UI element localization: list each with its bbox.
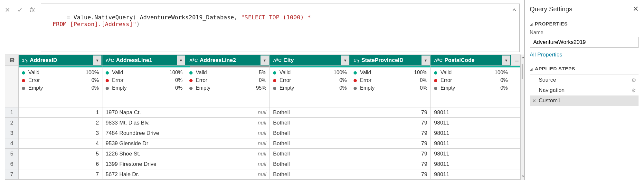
data-grid[interactable]: ⊞▾1²₃AddressID▾AᴮCAddressLine1▾AᴮCAddres…	[5, 55, 520, 180]
vertical-scrollbar[interactable]: ⌃ ⌄	[520, 55, 524, 180]
cell-City[interactable]: Bothell	[270, 128, 350, 138]
scroll-down-icon[interactable]: ⌄	[521, 171, 524, 178]
cell-AddressLine2[interactable]: null	[186, 169, 270, 180]
cell-PostalCode[interactable]: 98011	[431, 138, 511, 149]
table-row[interactable]: 661399 Firestone DrivenullBothell7998011	[5, 159, 520, 169]
cancel-icon[interactable]: ✕	[5, 6, 10, 14]
cell-AddressLine2[interactable]: null	[186, 159, 270, 169]
cell-StateProvinceID[interactable]: 79	[350, 118, 431, 128]
fx-icon[interactable]: fx	[30, 6, 35, 14]
cell-AddressLine1[interactable]: 5672 Hale Dr.	[102, 169, 186, 180]
cell-City[interactable]: Bothell	[270, 138, 350, 149]
cell-AddressLine2[interactable]: null	[186, 128, 270, 138]
column-header-AddressID[interactable]: 1²₃AddressID▾	[19, 55, 102, 66]
scroll-up-icon[interactable]: ⌃	[521, 56, 524, 63]
gear-icon[interactable]: ⚙	[631, 77, 636, 83]
cell-AddressLine1[interactable]: 1970 Napa Ct.	[102, 107, 186, 118]
column-header-City[interactable]: AᴮCCity▾	[270, 55, 350, 66]
cell-AddressID[interactable]: 1	[19, 107, 102, 118]
cell-StateProvinceID[interactable]: 79	[350, 107, 431, 118]
formula-bar-row: ✕ ✓ fx = Value.NativeQuery( AdventureWor…	[0, 0, 524, 52]
scroll-thumb[interactable]	[522, 64, 523, 79]
table-menu-icon[interactable]: ▾	[9, 55, 18, 65]
filter-icon[interactable]: ▾	[177, 55, 185, 65]
cell-City[interactable]: Bothell	[270, 169, 350, 180]
properties-heading: PROPERTIES	[530, 21, 639, 26]
cell-AddressID[interactable]: 5	[19, 149, 102, 159]
table-corner[interactable]: ⊞▾	[5, 55, 19, 66]
step-label: Custom1	[539, 97, 561, 104]
cell-AddressID[interactable]: 6	[19, 159, 102, 169]
cell-PostalCode[interactable]: 98011	[431, 118, 511, 128]
cell-StateProvinceID[interactable]: 79	[350, 128, 431, 138]
cell-AddressID[interactable]: 2	[19, 118, 102, 128]
table-row[interactable]: 551226 Shoe St.nullBothell7998011	[5, 149, 520, 159]
cell-AddressID[interactable]: 4	[19, 138, 102, 149]
applied-step[interactable]: Custom1	[530, 95, 639, 106]
row-number: 2	[5, 118, 19, 128]
all-properties-link[interactable]: All Properties	[530, 52, 639, 58]
confirm-icon[interactable]: ✓	[17, 6, 23, 14]
cell-StateProvinceID[interactable]: 79	[350, 149, 431, 159]
column-profile: Valid100%Error0%Empty0%	[350, 66, 431, 107]
formula-bar[interactable]: = Value.NativeQuery( AdventureWorks2019_…	[41, 4, 520, 52]
cell-PostalCode[interactable]: 98011	[431, 149, 511, 159]
filter-icon[interactable]: ▾	[93, 55, 101, 65]
cell-AddressID[interactable]: 3	[19, 128, 102, 138]
cell-AddressLine2[interactable]: null	[186, 118, 270, 128]
column-header-AddressLine2[interactable]: AᴮCAddressLine2▾	[186, 55, 270, 66]
formula-action-icons: ✕ ✓ fx	[5, 4, 35, 14]
cell-City[interactable]: Bothell	[270, 149, 350, 159]
cell-City[interactable]: Bothell	[270, 118, 350, 128]
close-icon[interactable]: ✕	[633, 5, 639, 13]
filter-icon[interactable]: ▾	[341, 55, 349, 65]
formula-expand-icon[interactable]: ⌃	[512, 7, 516, 15]
column-header-PostalCode[interactable]: AᴮCPostalCode▾	[431, 55, 511, 66]
column-header-AddressLine1[interactable]: AᴮCAddressLine1▾	[102, 55, 186, 66]
filter-icon[interactable]: ▾	[502, 55, 510, 65]
filter-icon[interactable]: ▾	[421, 55, 430, 65]
cell-AddressID[interactable]: 7	[19, 169, 102, 180]
expand-column[interactable]: ≣	[511, 55, 520, 66]
column-profile: Valid100%Error0%Empty0%	[431, 66, 511, 107]
cell-end	[511, 169, 520, 180]
column-header-StateProvinceID[interactable]: 1²₃StateProvinceID▾	[350, 55, 431, 66]
cell-AddressLine2[interactable]: null	[186, 107, 270, 118]
row-number: 6	[5, 159, 19, 169]
cell-PostalCode[interactable]: 98011	[431, 169, 511, 180]
applied-steps-list: Source⚙Navigation⚙Custom1	[530, 75, 639, 106]
row-number: 3	[5, 128, 19, 138]
formula-str2: FROM [Person].[Address]"	[52, 21, 136, 27]
applied-step[interactable]: Navigation⚙	[530, 85, 639, 95]
cell-AddressLine1[interactable]: 1226 Shoe St.	[102, 149, 186, 159]
column-profile: Valid100%Error0%Empty0%	[102, 66, 186, 107]
cell-StateProvinceID[interactable]: 79	[350, 169, 431, 180]
cell-AddressLine1[interactable]: 9833 Mt. Dias Blv.	[102, 118, 186, 128]
table-row[interactable]: 775672 Hale Dr.nullBothell7998011	[5, 169, 520, 180]
cell-PostalCode[interactable]: 98011	[431, 107, 511, 118]
cell-PostalCode[interactable]: 98011	[431, 128, 511, 138]
gear-icon[interactable]: ⚙	[631, 87, 636, 94]
cell-end	[511, 128, 520, 138]
applied-step[interactable]: Source⚙	[530, 75, 639, 85]
cell-AddressLine1[interactable]: 7484 Roundtree Drive	[102, 128, 186, 138]
type-icon: AᴮC	[273, 58, 281, 63]
cell-StateProvinceID[interactable]: 79	[350, 138, 431, 149]
column-profile: Valid100%Error0%Empty0%	[19, 66, 102, 107]
table-row[interactable]: 449539 Glenside DrnullBothell7998011	[5, 138, 520, 149]
table-row[interactable]: 111970 Napa Ct.nullBothell7998011	[5, 107, 520, 118]
cell-AddressLine1[interactable]: 1399 Firestone Drive	[102, 159, 186, 169]
cell-City[interactable]: Bothell	[270, 107, 350, 118]
cell-AddressLine2[interactable]: null	[186, 138, 270, 149]
cell-AddressLine2[interactable]: null	[186, 149, 270, 159]
cell-City[interactable]: Bothell	[270, 159, 350, 169]
cell-AddressLine1[interactable]: 9539 Glenside Dr	[102, 138, 186, 149]
name-label: Name	[530, 30, 639, 35]
query-name-input[interactable]	[530, 37, 639, 48]
filter-icon[interactable]: ▾	[260, 55, 269, 65]
table-row[interactable]: 337484 Roundtree DrivenullBothell7998011	[5, 128, 520, 138]
cell-StateProvinceID[interactable]: 79	[350, 159, 431, 169]
cell-PostalCode[interactable]: 98011	[431, 159, 511, 169]
table-row[interactable]: 229833 Mt. Dias Blv.nullBothell7998011	[5, 118, 520, 128]
cell-end	[511, 149, 520, 159]
